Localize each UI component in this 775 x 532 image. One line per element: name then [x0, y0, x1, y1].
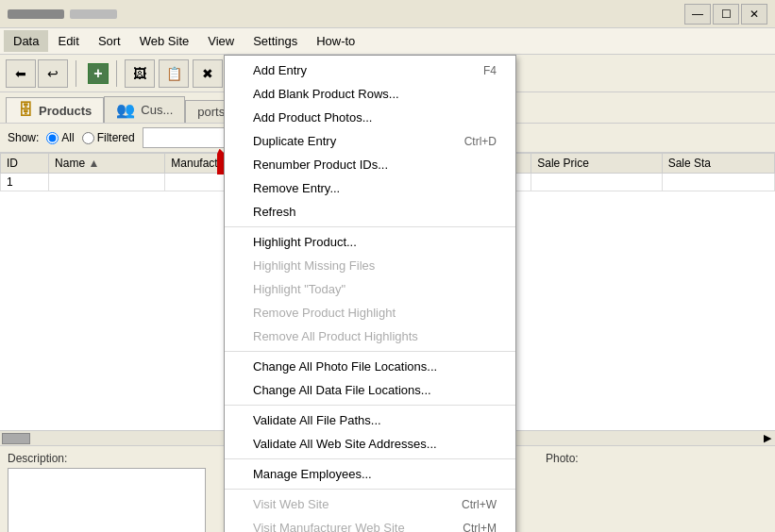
menu-highlight-missing: Highlight Missing Files — [225, 254, 515, 277]
photo-label: Photo: — [546, 452, 579, 465]
highlight-missing-label: Highlight Missing Files — [253, 258, 375, 273]
show-filtered-label: Filtered — [97, 131, 135, 144]
toolbar-btn-del[interactable]: ✖ — [193, 59, 223, 88]
menu-add-entry[interactable]: Add Entry F4 — [225, 58, 515, 82]
cell-id: 1 — [1, 174, 49, 191]
toolbar-btn-1[interactable]: ⬅ — [6, 59, 36, 88]
visit-manufacturer-shortcut: Ctrl+M — [463, 522, 497, 533]
title-progress — [8, 9, 64, 19]
col-name[interactable]: Name ▲ — [49, 154, 165, 174]
dropdown-menu: Add Entry F4 Add Blank Product Rows... A… — [224, 55, 516, 532]
description-label: Description: — [8, 452, 215, 465]
tab-reports-label: ports — [197, 105, 225, 119]
col-sale-sta[interactable]: Sale Sta — [662, 154, 774, 174]
cell-sale-price — [531, 174, 662, 191]
toolbar-btn-dup[interactable]: 📋 — [159, 59, 189, 88]
tab-products-label: Products — [39, 104, 92, 118]
add-entry-button[interactable]: + — [88, 63, 109, 84]
title-bar: — ☐ ✕ — [0, 0, 775, 28]
validate-addresses-label: Validate All Web Site Addresses... — [253, 437, 437, 451]
menu-visit-website: Visit Web Site Ctrl+W — [225, 492, 515, 516]
change-data-locations-label: Change All Data File Locations... — [253, 383, 431, 397]
show-label: Show: — [8, 131, 39, 144]
menu-add-photos[interactable]: Add Product Photos... — [225, 106, 515, 129]
minimize-button[interactable]: — — [684, 4, 711, 25]
menu-duplicate-entry[interactable]: Duplicate Entry Ctrl+D — [225, 129, 515, 153]
highlight-product-label: Highlight Product... — [253, 235, 357, 249]
title-bar-controls: — ☐ ✕ — [684, 4, 767, 25]
tab-customers-label: Cus... — [141, 103, 173, 117]
validate-files-label: Validate All File Paths... — [253, 413, 381, 427]
photo-section: Photo: — [546, 452, 579, 532]
menu-remove-highlight: Remove Product Highlight — [225, 301, 515, 324]
description-section: Description: — [8, 452, 215, 532]
menu-change-photo-locations[interactable]: Change All Photo File Locations... — [225, 355, 515, 378]
toolbar-btn-2[interactable]: ↩ — [38, 59, 68, 88]
show-filtered-option[interactable]: Filtered — [82, 131, 135, 144]
tab-products[interactable]: 🗄 Products — [6, 97, 104, 123]
show-all-radio[interactable] — [46, 132, 59, 144]
menu-view[interactable]: View — [198, 30, 244, 52]
menu-data[interactable]: Data — [4, 30, 48, 52]
title-sub — [70, 9, 117, 19]
show-filtered-radio[interactable] — [82, 132, 94, 144]
col-id[interactable]: ID — [1, 154, 49, 174]
dropdown-overlay: Add Entry F4 Add Blank Product Rows... A… — [224, 55, 516, 532]
customers-icon: 👥 — [116, 101, 135, 119]
sort-arrow-icon: ▲ — [88, 157, 99, 170]
visit-website-label: Visit Web Site — [253, 497, 329, 511]
menu-remove-all-highlights: Remove All Product Highlights — [225, 324, 515, 348]
menu-validate-addresses[interactable]: Validate All Web Site Addresses... — [225, 432, 515, 456]
scrollbar-thumb[interactable] — [2, 433, 30, 444]
title-bar-left — [8, 9, 117, 19]
menu-highlight-today: Highlight "Today" — [225, 277, 515, 301]
products-icon: 🗄 — [18, 102, 33, 119]
show-all-option[interactable]: All — [46, 131, 74, 144]
scroll-right-btn[interactable]: ▶ — [762, 432, 773, 444]
visit-manufacturer-label: Visit Manufacturer Web Site — [253, 521, 405, 532]
menu-howto[interactable]: How-to — [307, 30, 364, 52]
menu-bar: Data Edit Sort Web Site View Settings Ho… — [0, 28, 775, 55]
separator-1 — [225, 226, 515, 227]
change-photo-locations-label: Change All Photo File Locations... — [253, 359, 437, 374]
menu-remove-entry[interactable]: Remove Entry... — [225, 176, 515, 200]
col-sale-price[interactable]: Sale Price — [531, 154, 662, 174]
toolbar-sep-2 — [116, 60, 117, 87]
menu-add-blank-rows[interactable]: Add Blank Product Rows... — [225, 82, 515, 106]
menu-sort[interactable]: Sort — [89, 30, 130, 52]
add-photos-label: Add Product Photos... — [253, 110, 372, 125]
tab-customers[interactable]: 👥 Cus... — [104, 96, 185, 123]
close-button[interactable]: ✕ — [741, 4, 767, 25]
separator-4 — [225, 458, 515, 459]
add-entry-label: Add Entry — [253, 63, 307, 77]
menu-change-data-locations[interactable]: Change All Data File Locations... — [225, 378, 515, 402]
remove-highlight-label: Remove Product Highlight — [253, 306, 396, 320]
menu-highlight-product[interactable]: Highlight Product... — [225, 230, 515, 254]
toolbar-sep-1 — [76, 60, 76, 87]
manage-employees-label: Manage Employees... — [253, 467, 372, 481]
toolbar-btn-photo[interactable]: 🖼 — [125, 59, 155, 88]
description-box[interactable] — [8, 468, 206, 532]
menu-renumber-ids[interactable]: Renumber Product IDs... — [225, 153, 515, 176]
menu-visit-manufacturer: Visit Manufacturer Web Site Ctrl+M — [225, 516, 515, 532]
separator-5 — [225, 489, 515, 490]
renumber-ids-label: Renumber Product IDs... — [253, 158, 388, 172]
maximize-button[interactable]: ☐ — [713, 4, 739, 25]
remove-entry-label: Remove Entry... — [253, 181, 340, 195]
separator-3 — [225, 405, 515, 406]
highlight-today-label: Highlight "Today" — [253, 282, 345, 296]
remove-all-highlights-label: Remove All Product Highlights — [253, 329, 418, 343]
duplicate-entry-shortcut: Ctrl+D — [464, 135, 497, 148]
menu-refresh[interactable]: Refresh — [225, 200, 515, 224]
visit-website-shortcut: Ctrl+W — [462, 498, 497, 511]
show-all-label: All — [61, 131, 74, 144]
menu-website[interactable]: Web Site — [130, 30, 199, 52]
separator-2 — [225, 351, 515, 352]
menu-edit[interactable]: Edit — [48, 30, 88, 52]
menu-settings[interactable]: Settings — [244, 30, 307, 52]
menu-manage-employees[interactable]: Manage Employees... — [225, 462, 515, 486]
add-entry-shortcut: F4 — [483, 64, 497, 77]
duplicate-entry-label: Duplicate Entry — [253, 134, 336, 148]
cell-sale-sta — [662, 174, 774, 191]
menu-validate-files[interactable]: Validate All File Paths... — [225, 408, 515, 432]
